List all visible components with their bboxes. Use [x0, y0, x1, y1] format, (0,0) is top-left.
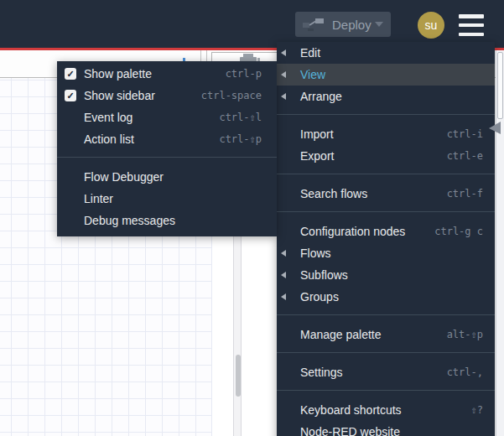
checkbox-checked-icon[interactable]: ✓ — [65, 90, 76, 101]
menu-item-label: Settings — [300, 366, 343, 379]
deploy-button[interactable]: Deploy — [295, 12, 391, 37]
menu-item-shortcut: ctrl-⇧l — [219, 106, 262, 128]
checkbox-checked-icon[interactable]: ✓ — [65, 68, 76, 80]
menu-item-label: Configuration nodes — [300, 225, 405, 238]
deploy-dropdown-caret-icon[interactable] — [375, 22, 383, 27]
menu-item-label: Edit — [300, 46, 320, 60]
deploy-label: Deploy — [332, 18, 372, 32]
scroll-arrow-icon — [489, 122, 502, 135]
menu-item-action-list[interactable]: Action listctrl-⇧p — [57, 128, 277, 150]
menu-item-import[interactable]: Importctrl-i — [277, 123, 495, 145]
menu-item-linter[interactable]: Linter — [57, 188, 277, 210]
menu-item-keyboard-shortcuts[interactable]: Keyboard shortcuts⇧? — [277, 399, 495, 421]
menu-item-settings[interactable]: Settingsctrl-, — [277, 361, 495, 383]
menu-separator — [57, 157, 277, 158]
menu-item-flows[interactable]: Flows — [277, 242, 495, 264]
menu-separator — [277, 211, 495, 212]
menu-item-label: Flows — [300, 247, 331, 260]
menu-item-label: Debug messages — [84, 214, 175, 227]
menu-item-label: Action list — [84, 132, 134, 146]
menu-item-label: Export — [300, 149, 334, 163]
page-scrollbar[interactable] — [496, 50, 504, 436]
menu-item-view[interactable]: View — [277, 64, 495, 86]
menu-item-label: View — [300, 68, 325, 81]
menu-item-shortcut: ctrl-f — [447, 183, 483, 205]
menu-item-label: Flow Debugger — [84, 170, 164, 184]
menu-item-export[interactable]: Exportctrl-e — [277, 145, 495, 167]
menu-item-label: Linter — [84, 192, 113, 205]
menu-item-shortcut: ctrl-g c — [434, 221, 483, 242]
menu-item-label: Event log — [84, 111, 132, 124]
menu-item-show-sidebar[interactable]: ✓Show sidebarctrl-space — [57, 85, 277, 106]
menu-separator — [277, 114, 495, 115]
menu-item-search-flows[interactable]: Search flowsctrl-f — [277, 183, 495, 205]
menu-item-debug-messages[interactable]: Debug messages — [57, 210, 277, 231]
menu-item-show-palette[interactable]: ✓Show palettectrl-p — [57, 63, 277, 85]
hamburger-icon — [459, 23, 484, 28]
menu-item-shortcut: ctrl-e — [447, 145, 483, 167]
submenu-caret-icon — [281, 71, 286, 78]
submenu-caret-icon — [281, 93, 286, 100]
menu-item-label: Search flows — [300, 187, 367, 200]
menu-item-label: Subflows — [300, 268, 348, 282]
submenu-caret-icon — [281, 250, 286, 257]
menu-item-label: Keyboard shortcuts — [300, 403, 402, 417]
menu-item-shortcut: ctrl-⇧p — [219, 128, 262, 150]
main-menu-button[interactable] — [459, 14, 486, 36]
menu-item-node-red-website[interactable]: Node-RED website — [277, 421, 495, 436]
workspace-scrollbar-thumb[interactable] — [236, 355, 241, 397]
menu-item-shortcut: ctrl-i — [447, 123, 483, 145]
menu-item-label: Groups — [300, 290, 339, 304]
menu-item-subflows[interactable]: Subflows — [277, 264, 495, 286]
hamburger-icon — [459, 33, 484, 37]
menu-item-shortcut: ctrl-p — [226, 63, 262, 85]
menu-separator — [277, 174, 495, 174]
menu-item-label: Arrange — [300, 90, 342, 103]
menu-separator — [277, 314, 495, 315]
deploy-icon — [302, 17, 325, 32]
hamburger-icon — [459, 14, 484, 18]
menu-item-label: Show palette — [84, 67, 152, 80]
menu-item-manage-palette[interactable]: Manage palettealt-⇧p — [277, 324, 495, 345]
menu-separator — [277, 352, 495, 353]
submenu-caret-icon — [281, 49, 286, 56]
user-avatar[interactable]: su — [418, 12, 444, 39]
view-submenu: ✓Show palettectrl-p✓Show sidebarctrl-spa… — [57, 61, 277, 236]
menu-item-label: Show sidebar — [84, 89, 155, 102]
submenu-caret-icon — [281, 272, 286, 278]
menu-item-shortcut: ⇧? — [471, 399, 483, 421]
submenu-caret-icon — [281, 293, 286, 300]
menu-item-shortcut: alt-⇧p — [447, 324, 483, 345]
menu-item-shortcut: ctrl-space — [201, 85, 262, 106]
menu-item-label: Manage palette — [300, 328, 382, 341]
menu-separator — [277, 390, 495, 391]
menu-item-flow-debugger[interactable]: Flow Debugger — [57, 166, 277, 188]
menu-item-shortcut: ctrl-, — [447, 361, 483, 383]
main-dropdown-menu: EditViewArrangeImportctrl-iExportctrl-eS… — [277, 42, 495, 436]
menu-item-event-log[interactable]: Event logctrl-⇧l — [57, 106, 277, 128]
menu-item-groups[interactable]: Groups — [277, 286, 495, 308]
menu-item-label: Import — [300, 127, 334, 141]
menu-item-edit[interactable]: Edit — [277, 42, 495, 64]
menu-item-arrange[interactable]: Arrange — [277, 86, 495, 107]
page-scrollbar-thumb[interactable] — [497, 52, 503, 119]
menu-item-label: Node-RED website — [300, 425, 400, 436]
menu-item-configuration-nodes[interactable]: Configuration nodesctrl-g c — [277, 221, 495, 242]
